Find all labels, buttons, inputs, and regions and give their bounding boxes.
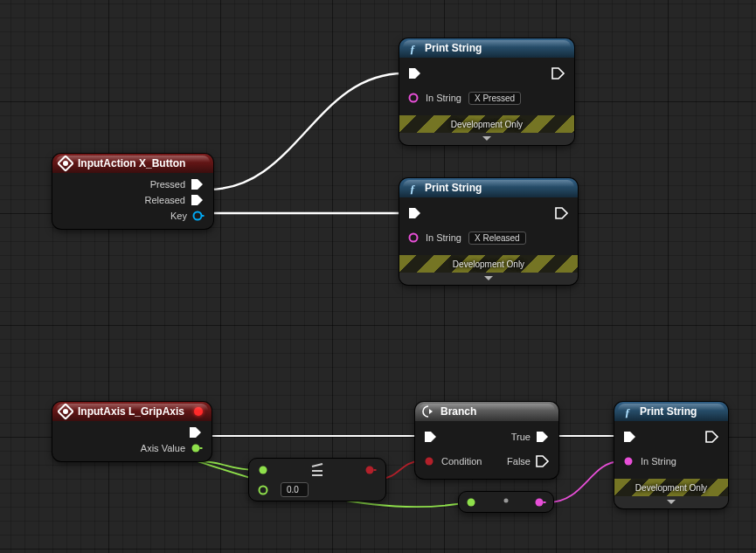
pin-in-string[interactable]: In String [408, 232, 461, 244]
pin-false[interactable]: False [507, 455, 550, 467]
chevron-down-icon [667, 500, 676, 505]
data-pin-icon [466, 496, 478, 508]
node-header: Branch [415, 402, 558, 421]
svg-point-12 [426, 458, 433, 466]
exec-pin-icon [408, 207, 422, 219]
pin-exec-out[interactable] [189, 426, 203, 439]
function-icon [406, 182, 419, 194]
svg-point-8 [260, 486, 267, 494]
function-icon [406, 42, 419, 54]
exec-pin-icon [191, 194, 205, 206]
svg-point-3 [192, 445, 200, 453]
function-icon [621, 405, 634, 418]
pin-exec-in[interactable] [623, 431, 637, 443]
pin-in-float[interactable] [466, 496, 478, 508]
node-title: Branch [440, 405, 476, 418]
exec-pin-icon [424, 431, 438, 443]
node-convert-float-to-string[interactable] [458, 491, 554, 513]
data-pin-icon [191, 442, 203, 454]
data-pin-icon [408, 92, 420, 104]
pin-in-string[interactable]: In String [623, 455, 676, 467]
pin-out-string[interactable] [534, 496, 546, 508]
node-compare-not-equal[interactable]: 0.0 [248, 458, 386, 501]
development-only-stripe: Development Only [399, 115, 574, 133]
exec-pin-icon [191, 178, 205, 190]
exec-pin-icon [551, 67, 565, 79]
node-inputaction-x-button[interactable]: InputAction X_Button Pressed Released Ke… [52, 154, 213, 229]
branch-icon [422, 405, 434, 418]
in-string-value[interactable]: X Pressed [468, 92, 521, 105]
data-pin-icon [258, 484, 270, 496]
convert-dot-icon [501, 495, 511, 508]
exec-pin-icon [408, 67, 422, 79]
data-pin-icon [364, 464, 377, 476]
record-indicator-icon [194, 407, 203, 416]
pin-key[interactable]: Key [170, 210, 205, 222]
node-title: Print String [425, 42, 482, 54]
development-only-stripe: Development Only [614, 479, 728, 496]
svg-point-0 [194, 212, 202, 220]
pin-b-default-value[interactable]: 0.0 [281, 482, 309, 497]
svg-point-2 [410, 234, 418, 242]
node-header: Print String [399, 38, 574, 58]
node-title: InputAction X_Button [78, 157, 185, 169]
svg-point-13 [625, 458, 633, 466]
data-pin-icon [192, 210, 205, 222]
pin-exec-out[interactable] [551, 67, 565, 79]
node-branch[interactable]: Branch True Condition False [415, 402, 558, 479]
in-string-value[interactable]: X Released [468, 232, 526, 245]
exec-pin-icon [189, 426, 203, 439]
exec-pin-icon [555, 207, 569, 219]
node-expander[interactable] [399, 273, 578, 285]
pin-true[interactable]: True [511, 431, 550, 443]
pin-exec-out[interactable] [705, 431, 719, 443]
node-header: Print String [614, 402, 728, 421]
pin-b[interactable] [258, 484, 270, 496]
pin-result[interactable] [364, 464, 377, 476]
event-icon [59, 157, 72, 169]
node-print-string-axis[interactable]: Print String In String Development Only [614, 402, 728, 508]
node-title: InputAxis L_GripAxis [78, 405, 184, 418]
data-pin-icon [534, 496, 546, 508]
data-pin-icon [424, 455, 436, 467]
pin-axis-value[interactable]: Axis Value [141, 442, 203, 454]
node-header: Print String [399, 178, 578, 197]
node-header: InputAxis L_GripAxis [52, 402, 212, 421]
svg-point-1 [410, 94, 418, 102]
compare-operator-icon [310, 462, 324, 477]
node-expander[interactable] [399, 133, 574, 145]
node-header: InputAction X_Button [52, 154, 213, 173]
exec-pin-icon [536, 431, 550, 443]
event-icon [59, 405, 72, 418]
chevron-down-icon [482, 136, 491, 142]
node-print-string-released[interactable]: Print String In String X Released Develo… [399, 178, 578, 285]
pin-released[interactable]: Released [145, 194, 205, 206]
pin-exec-out[interactable] [555, 207, 569, 219]
exec-pin-icon [536, 455, 550, 467]
svg-point-10 [504, 499, 509, 503]
pin-condition[interactable]: Condition [424, 455, 482, 467]
svg-point-9 [468, 498, 475, 506]
chevron-down-icon [484, 276, 493, 281]
pin-in-string[interactable]: In String [408, 92, 461, 104]
node-title: Print String [425, 182, 482, 194]
data-pin-icon [408, 232, 420, 244]
node-title: Print String [640, 405, 697, 418]
exec-pin-icon [705, 431, 719, 443]
svg-point-11 [536, 498, 544, 506]
exec-pin-icon [623, 431, 637, 443]
pin-pressed[interactable]: Pressed [150, 178, 205, 190]
pin-exec-in[interactable] [408, 207, 422, 219]
svg-point-4 [260, 466, 267, 474]
data-pin-icon [258, 464, 270, 476]
svg-point-7 [366, 466, 374, 474]
pin-exec-in[interactable] [424, 431, 438, 443]
data-pin-icon [623, 455, 635, 467]
development-only-stripe: Development Only [399, 255, 578, 273]
pin-exec-in[interactable] [408, 67, 422, 79]
node-inputaxis-l-gripaxis[interactable]: InputAxis L_GripAxis Axis Value [52, 402, 212, 461]
node-expander[interactable] [614, 496, 728, 508]
node-print-string-pressed[interactable]: Print String In String X Pressed Develop… [399, 38, 574, 145]
pin-a[interactable] [258, 464, 270, 476]
